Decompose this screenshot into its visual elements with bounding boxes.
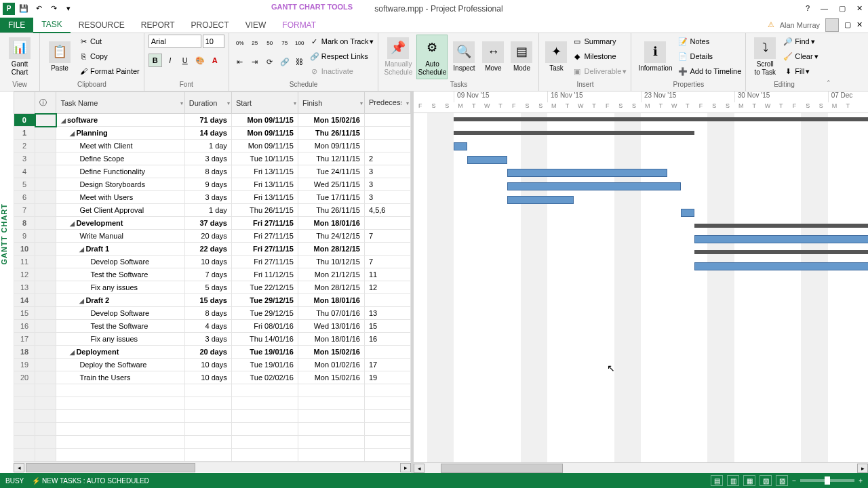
tab-file[interactable]: FILE: [0, 18, 33, 33]
col-start[interactable]: Start▾: [231, 92, 298, 114]
gantt-bar[interactable]: [694, 224, 868, 228]
gantt-bar[interactable]: [454, 131, 694, 135]
col-finish[interactable]: Finish▾: [298, 92, 364, 114]
tab-project[interactable]: PROJECT: [183, 18, 237, 33]
respect-links-button[interactable]: 🔗Respect Links: [309, 49, 374, 63]
deliverable-button[interactable]: ▣Deliverable ▾: [572, 64, 627, 78]
inspect-button[interactable]: 🔍 Inspect: [450, 35, 477, 79]
gantt-bar[interactable]: [467, 156, 507, 164]
gantt-bar[interactable]: [507, 182, 681, 190]
indent-button[interactable]: ⇥: [248, 55, 262, 68]
font-color-button[interactable]: A: [208, 54, 222, 67]
status-newtasks[interactable]: ⚡ NEW TASKS : AUTO SCHEDULED: [32, 477, 149, 485]
table-row[interactable]: [14, 410, 411, 423]
table-row[interactable]: [14, 423, 411, 436]
user-name[interactable]: Alan Murray: [780, 21, 820, 29]
task-table[interactable]: ⓘ Task Name▾ Duration▾ Start▾ Finish▾ Pr…: [14, 92, 411, 462]
ribbon-minimize-icon[interactable]: ▢: [844, 20, 851, 29]
gantt-bar[interactable]: [694, 250, 868, 254]
scroll-left-icon[interactable]: ◂: [14, 463, 24, 472]
scroll-right-icon[interactable]: ▸: [857, 464, 868, 473]
timeline-header[interactable]: FSSMTWTFSSMTWTFSSMTWTFSSMTWTFSSMT09 Nov …: [414, 92, 868, 113]
mark-on-track-button[interactable]: ✓Mark on Track ▾: [309, 35, 374, 48]
gantt-area[interactable]: [414, 113, 868, 462]
fill-button[interactable]: ⬇Fill ▾: [783, 64, 818, 78]
table-row[interactable]: 6 Meet with Users 3 days Fri 13/11/15 Tu…: [14, 191, 411, 204]
notes-button[interactable]: 📝Notes: [677, 35, 741, 48]
find-button[interactable]: 🔎Find ▾: [783, 35, 818, 48]
table-row[interactable]: 2 Meet with Client 1 day Mon 09/11/15 Mo…: [14, 140, 411, 152]
col-duration[interactable]: Duration▾: [184, 92, 231, 114]
view-team-icon[interactable]: ▦: [743, 475, 755, 486]
table-row[interactable]: 20 Train the Users 10 days Tue 02/02/16 …: [14, 371, 411, 384]
task-button[interactable]: ✦ Task: [543, 35, 569, 79]
pct0-button[interactable]: 0%: [233, 36, 247, 49]
italic-button[interactable]: I: [163, 54, 177, 67]
save-icon[interactable]: 💾: [18, 3, 30, 15]
close-icon[interactable]: ✕: [854, 4, 865, 13]
col-predecessors[interactable]: Predecessors▾: [364, 92, 410, 114]
col-task-name[interactable]: Task Name▾: [56, 92, 184, 114]
view-usage-icon[interactable]: ▥: [727, 475, 739, 486]
copy-button[interactable]: ⎘Copy: [78, 49, 140, 63]
gantt-bar[interactable]: [454, 142, 467, 150]
scroll-right-icon[interactable]: ▸: [400, 463, 411, 472]
table-row[interactable]: 19 Deploy the Software 10 days Tue 19/01…: [14, 359, 411, 371]
information-button[interactable]: ℹ Information: [635, 35, 675, 79]
manually-schedule-button[interactable]: 📌 Manually Schedule: [382, 35, 414, 79]
undo-icon[interactable]: ↶: [33, 3, 45, 15]
font-name-input[interactable]: [149, 35, 201, 48]
font-size-input[interactable]: [203, 35, 224, 48]
details-button[interactable]: 📄Details: [677, 49, 741, 63]
tab-task[interactable]: TASK: [33, 17, 70, 33]
qat-more-icon[interactable]: ▾: [62, 3, 75, 15]
table-row[interactable]: 14 ◢Draft 2 15 days Tue 29/12/15 Mon 18/…: [14, 294, 411, 307]
summary-button[interactable]: ▭Summary: [572, 35, 627, 48]
table-row[interactable]: 3 Define Scope 3 days Tue 10/11/15 Thu 1…: [14, 152, 411, 165]
view-sheet-icon[interactable]: ▧: [760, 475, 772, 486]
zoom-out-icon[interactable]: −: [792, 477, 796, 485]
table-row[interactable]: 12 Test the Software 7 days Fri 11/12/15…: [14, 268, 411, 281]
pct100-button[interactable]: 100: [293, 36, 307, 49]
tab-format[interactable]: FORMAT: [274, 18, 324, 33]
unlink-button[interactable]: ⛓: [293, 55, 307, 68]
table-row[interactable]: 17 Fix any issues 3 days Thu 14/01/16 Mo…: [14, 333, 411, 346]
left-scroll-thumb[interactable]: [26, 463, 195, 472]
pct50-button[interactable]: 50: [263, 36, 277, 49]
help-icon[interactable]: ?: [803, 4, 812, 13]
outdent-button[interactable]: ⇤: [233, 55, 247, 68]
pct25-button[interactable]: 25: [248, 36, 262, 49]
milestone-button[interactable]: ◆Milestone: [572, 49, 627, 63]
gantt-bar[interactable]: [694, 235, 868, 243]
gantt-chart-button[interactable]: 📊 Gantt Chart: [4, 35, 35, 79]
gantt-bar[interactable]: [681, 209, 694, 217]
underline-button[interactable]: U: [178, 54, 192, 67]
user-avatar[interactable]: [825, 18, 839, 32]
view-gantt-icon[interactable]: ▤: [711, 475, 723, 486]
maximize-icon[interactable]: ▢: [836, 4, 848, 13]
table-row[interactable]: 11 Develop Software 10 days Fri 27/11/15…: [14, 256, 411, 268]
minimize-icon[interactable]: —: [818, 4, 831, 13]
gantt-bar[interactable]: [454, 117, 868, 121]
gantt-bar[interactable]: [694, 262, 868, 270]
left-hscroll[interactable]: ◂ ▸: [14, 462, 411, 472]
fill-color-button[interactable]: 🎨: [193, 54, 207, 67]
view-report-icon[interactable]: ▨: [776, 475, 788, 486]
table-row[interactable]: 8 ◢Development 37 days Fri 27/11/15 Mon …: [14, 217, 411, 230]
right-scroll-thumb[interactable]: [441, 464, 563, 473]
format-painter-button[interactable]: 🖌Format Painter: [78, 64, 140, 78]
table-row[interactable]: 4 Define Functionality 8 days Fri 13/11/…: [14, 165, 411, 178]
table-row[interactable]: 0 ◢software 71 days Mon 09/11/15 Mon 15/…: [14, 114, 411, 127]
zoom-slider[interactable]: [800, 479, 854, 482]
zoom-in-icon[interactable]: +: [859, 477, 863, 485]
collapse-ribbon-icon[interactable]: ˄: [827, 79, 831, 88]
table-row[interactable]: 16 Test the Software 4 days Fri 08/01/16…: [14, 320, 411, 333]
paste-button[interactable]: 📋 Paste: [44, 35, 75, 79]
cut-button[interactable]: ✂Cut: [78, 35, 140, 48]
tab-view[interactable]: VIEW: [237, 18, 275, 33]
tab-resource[interactable]: RESOURCE: [71, 18, 133, 33]
table-row[interactable]: [14, 436, 411, 449]
inactivate-button[interactable]: ⊘Inactivate: [309, 64, 374, 78]
table-row[interactable]: [14, 449, 411, 462]
col-rownum[interactable]: [14, 92, 35, 114]
